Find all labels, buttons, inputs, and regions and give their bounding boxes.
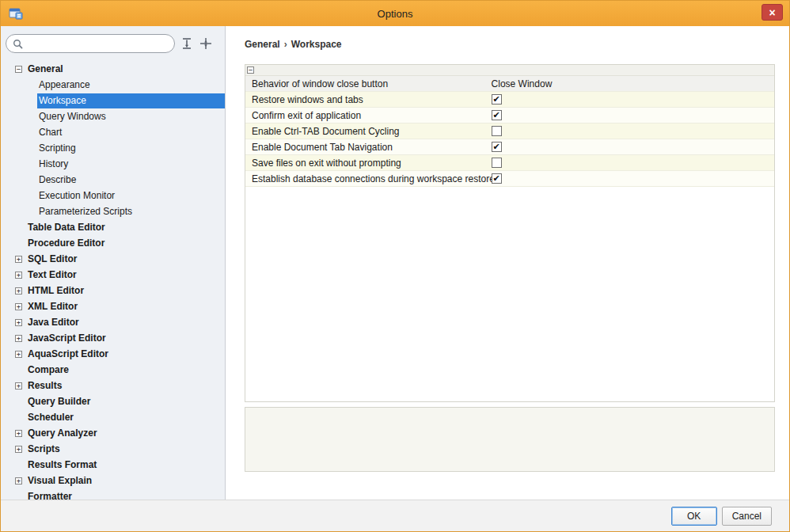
checkbox-checked[interactable]: ✔: [492, 142, 502, 152]
tree-item-label: Visual Explain: [26, 473, 225, 488]
tree-item-results[interactable]: +Results: [1, 378, 225, 393]
tree-item-formatter[interactable]: Formatter: [1, 488, 225, 500]
tree-item-javascript-editor[interactable]: +JavaScript Editor: [1, 330, 225, 346]
close-button[interactable]: ×: [762, 4, 783, 21]
collapse-all-icon[interactable]: [199, 36, 213, 51]
expand-icon[interactable]: +: [15, 351, 22, 358]
tree-item-label: Query Windows: [37, 109, 225, 124]
titlebar: Options ×: [1, 1, 789, 26]
expand-icon[interactable]: +: [15, 335, 22, 342]
collapse-icon[interactable]: −: [15, 66, 22, 73]
dialog-content: −GeneralAppearanceWorkspaceQuery Windows…: [1, 26, 789, 500]
setting-row-restore-windows-and-tabs: Restore windows and tabs✔: [245, 92, 774, 108]
tree-item-sql-editor[interactable]: +SQL Editor: [1, 251, 225, 267]
expand-icon[interactable]: +: [15, 319, 22, 326]
tree-item-label: Describe: [37, 173, 225, 188]
tree-item-label: Scheduler: [26, 410, 225, 425]
checkbox-checked[interactable]: ✔: [492, 94, 502, 104]
expand-icon[interactable]: +: [15, 256, 22, 263]
tree-item-label: Scripts: [26, 442, 225, 457]
expand-all-icon[interactable]: [180, 36, 194, 51]
tree-item-results-format[interactable]: Results Format: [1, 457, 225, 473]
settings-group-bar: −: [245, 65, 774, 76]
tree-item-text-editor[interactable]: +Text Editor: [1, 267, 225, 283]
tree-item-label: Text Editor: [26, 268, 225, 283]
tree-item-workspace[interactable]: Workspace: [1, 93, 225, 108]
tree-item-label: Table Data Editor: [26, 220, 225, 235]
tree-item-label: HTML Editor: [26, 283, 225, 298]
tree-item-label: Execution Monitor: [37, 188, 225, 203]
setting-row-behavior-of-window-close-button: Behavior of window close buttonClose Win…: [245, 76, 774, 92]
options-dialog: Options ×: [0, 0, 790, 532]
tree-item-label: Appearance: [37, 78, 225, 93]
main-panel: General›Workspace − Behavior of window c…: [226, 26, 789, 500]
tree-item-general[interactable]: −General: [1, 61, 225, 77]
setting-label: Save files on exit without prompting: [245, 158, 492, 169]
setting-row-confirm-exit-of-application: Confirm exit of application✔: [245, 108, 774, 124]
tree-item-label: History: [37, 157, 225, 172]
expand-icon[interactable]: +: [15, 446, 22, 453]
setting-row-establish-database-connections-during-workspace-restore: Establish database connections during wo…: [245, 171, 774, 187]
tree-item-html-editor[interactable]: +HTML Editor: [1, 283, 225, 298]
footer: OK Cancel: [1, 500, 789, 531]
checkbox-checked[interactable]: ✔: [492, 173, 502, 184]
tree-item-query-analyzer[interactable]: +Query Analyzer: [1, 425, 225, 441]
tree-item-label: SQL Editor: [26, 252, 225, 267]
checkbox-unchecked[interactable]: [492, 158, 502, 168]
setting-label: Confirm exit of application: [245, 110, 492, 121]
close-icon: ×: [769, 6, 775, 19]
options-tree: −GeneralAppearanceWorkspaceQuery Windows…: [1, 58, 225, 500]
sidebar: −GeneralAppearanceWorkspaceQuery Windows…: [1, 26, 226, 500]
tree-item-parameterized-scripts[interactable]: Parameterized Scripts: [1, 203, 225, 219]
setting-row-save-files-on-exit-without-prompting: Save files on exit without prompting: [245, 155, 774, 171]
setting-value-text[interactable]: Close Window: [492, 78, 553, 89]
tree-item-java-editor[interactable]: +Java Editor: [1, 314, 225, 330]
expand-icon[interactable]: +: [15, 477, 22, 484]
tree-item-aquascript-editor[interactable]: +AquaScript Editor: [1, 346, 225, 362]
search-input[interactable]: [27, 37, 168, 50]
setting-label: Establish database connections during wo…: [245, 173, 492, 184]
expand-icon[interactable]: +: [15, 303, 22, 310]
tree-item-chart[interactable]: Chart: [1, 124, 225, 140]
setting-label: Enable Document Tab Navigation: [245, 142, 492, 153]
expand-icon[interactable]: +: [15, 382, 22, 390]
expand-icon[interactable]: +: [15, 430, 22, 437]
tree-item-label: Formatter: [26, 489, 225, 500]
window-title: Options: [1, 8, 789, 20]
tree-item-label: JavaScript Editor: [26, 331, 225, 346]
tree-item-scripts[interactable]: +Scripts: [1, 441, 225, 457]
tree-item-label: Parameterized Scripts: [37, 204, 225, 219]
tree-item-execution-monitor[interactable]: Execution Monitor: [1, 188, 225, 203]
tree-item-table-data-editor[interactable]: Table Data Editor: [1, 219, 225, 235]
checkbox-unchecked[interactable]: [492, 126, 502, 136]
tree-item-visual-explain[interactable]: +Visual Explain: [1, 473, 225, 488]
setting-value: [492, 126, 774, 136]
setting-value: ✔: [492, 142, 774, 152]
tree-item-describe[interactable]: Describe: [1, 172, 225, 188]
tree-item-scheduler[interactable]: Scheduler: [1, 409, 225, 425]
tree-item-compare[interactable]: Compare: [1, 362, 225, 378]
expand-icon[interactable]: +: [15, 287, 22, 294]
tree-item-query-builder[interactable]: Query Builder: [1, 393, 225, 409]
tree-item-label: Query Builder: [26, 394, 225, 409]
tree-item-label: Procedure Editor: [26, 236, 225, 251]
setting-row-enable-ctrl-tab-document-cycling: Enable Ctrl-TAB Document Cycling: [245, 124, 774, 139]
tree-item-label: Compare: [26, 363, 225, 378]
setting-value: Close Window: [492, 78, 774, 89]
tree-item-xml-editor[interactable]: +XML Editor: [1, 298, 225, 314]
tree-item-procedure-editor[interactable]: Procedure Editor: [1, 235, 225, 251]
expand-icon[interactable]: +: [15, 272, 22, 279]
cancel-button[interactable]: Cancel: [722, 507, 772, 526]
breadcrumb-parent[interactable]: General: [245, 39, 280, 50]
setting-label: Restore windows and tabs: [245, 94, 492, 105]
ok-button[interactable]: OK: [671, 507, 717, 526]
tree-item-scripting[interactable]: Scripting: [1, 140, 225, 156]
tree-item-query-windows[interactable]: Query Windows: [1, 108, 225, 124]
tree-item-history[interactable]: History: [1, 156, 225, 172]
checkbox-checked[interactable]: ✔: [492, 110, 502, 120]
search-box[interactable]: [6, 34, 175, 53]
tree-item-label: Query Analyzer: [26, 426, 225, 441]
setting-value: ✔: [492, 110, 774, 120]
collapse-group-icon[interactable]: −: [247, 66, 254, 74]
tree-item-appearance[interactable]: Appearance: [1, 77, 225, 93]
